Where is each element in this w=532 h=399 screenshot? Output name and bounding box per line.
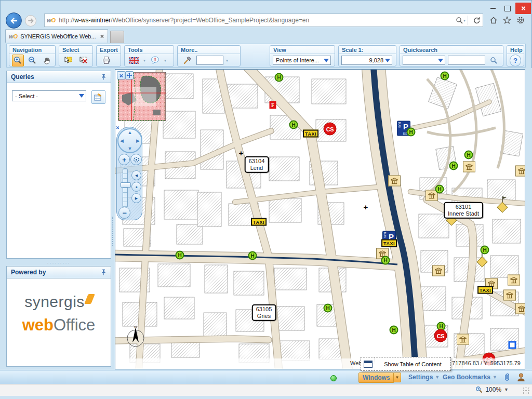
map-canvas[interactable]: ▲ ▼ ◀ ▶ + ◀ ● ▶ − N <box>115 69 525 369</box>
pan-right-icon[interactable]: ▶ <box>136 139 140 143</box>
scale-dropdown[interactable]: 9,028 <box>341 56 392 65</box>
query-builder-button[interactable] <box>91 90 105 104</box>
marker-h[interactable]: H <box>449 162 458 170</box>
marker-h[interactable]: H <box>381 256 390 265</box>
marker-h[interactable]: H <box>390 326 398 335</box>
powered-by-header[interactable]: Powered by <box>6 266 111 278</box>
marker-bluesq[interactable] <box>509 341 516 349</box>
overview-map[interactable] <box>118 72 166 121</box>
marker-taxi[interactable]: TAXI <box>303 130 318 138</box>
info-tool[interactable] <box>148 55 162 66</box>
quicksearch-dropdown[interactable] <box>403 56 445 65</box>
marker-museum[interactable] <box>463 162 475 172</box>
more-tools-button[interactable] <box>180 55 194 66</box>
full-extent-button[interactable] <box>130 154 142 165</box>
close-button[interactable] <box>515 3 531 14</box>
maximize-button[interactable] <box>501 3 514 14</box>
marker-museum[interactable] <box>515 166 525 177</box>
marker-h[interactable]: H <box>464 151 473 159</box>
zoom-slider[interactable] <box>123 168 128 208</box>
menu-windows[interactable]: Windows <box>358 373 394 383</box>
marker-museum[interactable] <box>432 265 445 276</box>
marker-taxi[interactable]: TAXI <box>251 218 267 226</box>
zoom-in-button[interactable]: + <box>118 154 130 165</box>
pin-icon[interactable] <box>101 73 107 81</box>
marker-h[interactable]: H <box>407 128 416 137</box>
sidebar-splitter[interactable] <box>111 68 115 370</box>
refresh-icon[interactable] <box>472 16 481 24</box>
menu-windows-caret[interactable]: ▼ <box>393 373 401 382</box>
marker-taxi[interactable]: TAXI <box>381 240 397 247</box>
minimize-button[interactable] <box>486 3 500 14</box>
address-dropdown-caret[interactable]: ▾ <box>463 18 466 23</box>
marker-h[interactable]: H <box>289 121 298 129</box>
zoom-in-tool[interactable] <box>12 55 24 66</box>
language-dropdown-caret[interactable]: ▾ <box>143 58 145 63</box>
panel-splitter-handle[interactable]: ········· <box>6 261 111 265</box>
pan-left-icon[interactable]: ◀ <box>120 139 124 143</box>
menu-settings[interactable]: Settings▼ <box>406 373 442 382</box>
marker-h[interactable]: H <box>435 185 444 194</box>
marker-h[interactable]: H <box>275 73 284 82</box>
back-button[interactable] <box>6 12 22 29</box>
user-button[interactable] <box>516 372 526 382</box>
marker-museum[interactable] <box>388 176 401 187</box>
pin-icon[interactable] <box>101 269 107 276</box>
quicksearch-button[interactable] <box>488 55 499 66</box>
info-dropdown-caret[interactable]: ▾ <box>164 58 166 63</box>
pan-compass[interactable]: ▲ ▼ ◀ ▶ <box>117 128 142 153</box>
tab-close-icon[interactable] <box>100 34 104 38</box>
zoom-out-icon <box>28 56 36 64</box>
queries-select[interactable]: - Select - <box>12 90 86 101</box>
quicksearch-input[interactable] <box>448 56 485 65</box>
marker-cs[interactable]: CS <box>434 329 447 342</box>
overview-close-button[interactable] <box>117 71 125 79</box>
window-resize-grip[interactable] <box>523 388 530 394</box>
new-tab-button[interactable] <box>110 31 124 43</box>
address-search-icon[interactable] <box>456 17 463 24</box>
home-button[interactable] <box>487 14 500 26</box>
help-button[interactable]: ? <box>510 55 521 66</box>
tab-weboffice[interactable]: wO SYNERGIS WebOffice Web... <box>5 29 108 43</box>
more-tools-combobox[interactable] <box>196 56 223 65</box>
overview-move-button[interactable] <box>125 71 134 79</box>
marker-h[interactable]: H <box>324 304 332 313</box>
marker-museum[interactable] <box>508 275 520 286</box>
pan-down-icon[interactable]: ▼ <box>128 147 132 151</box>
pan-up-icon[interactable]: ▲ <box>128 130 132 135</box>
print-tool[interactable] <box>99 55 113 66</box>
favorites-button[interactable] <box>501 14 513 26</box>
marker-h[interactable]: H <box>441 72 449 81</box>
previous-extent-button[interactable]: ◀ <box>131 170 141 180</box>
address-bar[interactable]: wO http://w-ws-wintner/WebOffice/synserv… <box>44 14 483 27</box>
attachment-button[interactable] <box>503 373 511 382</box>
menu-geo-bookmarks[interactable]: Geo Bookmarks▼ <box>441 373 499 382</box>
clear-selection-tool[interactable] <box>77 55 90 66</box>
zoom-slider-handle[interactable] <box>121 182 131 188</box>
pan-tool[interactable] <box>41 55 52 66</box>
settings-gear-button[interactable] <box>514 14 527 26</box>
marker-museum[interactable] <box>515 303 525 314</box>
center-button[interactable]: ● <box>131 182 141 192</box>
marker-h[interactable]: H <box>176 251 184 260</box>
marker-h[interactable]: H <box>481 246 489 255</box>
next-extent-button[interactable]: ▶ <box>131 193 141 203</box>
marker-museum[interactable] <box>457 334 469 345</box>
marker-h[interactable]: H <box>248 251 257 260</box>
nav-widget-close-button[interactable] <box>115 125 120 131</box>
zoom-out-tool[interactable] <box>26 55 38 66</box>
marker-museum[interactable] <box>503 290 516 301</box>
view-dropdown[interactable]: Points of Intere... <box>273 56 331 65</box>
browser-zoom-control[interactable]: 100% ▼ <box>475 386 509 393</box>
brand-synergis: synergis <box>24 293 85 311</box>
marker-f[interactable]: F <box>270 101 276 109</box>
show-toc-tooltip[interactable]: Show Table of Content <box>361 357 451 371</box>
queries-panel-header[interactable]: Queries <box>6 71 111 83</box>
forward-button[interactable] <box>25 15 36 26</box>
more-dropdown-caret[interactable]: ▾ <box>226 58 228 63</box>
select-tool[interactable] <box>62 55 75 66</box>
zoom-out-button[interactable]: − <box>118 207 130 219</box>
marker-cs[interactable]: CS <box>324 123 337 136</box>
language-tool[interactable] <box>127 55 141 66</box>
marker-taxi[interactable]: TAXI <box>477 286 493 294</box>
